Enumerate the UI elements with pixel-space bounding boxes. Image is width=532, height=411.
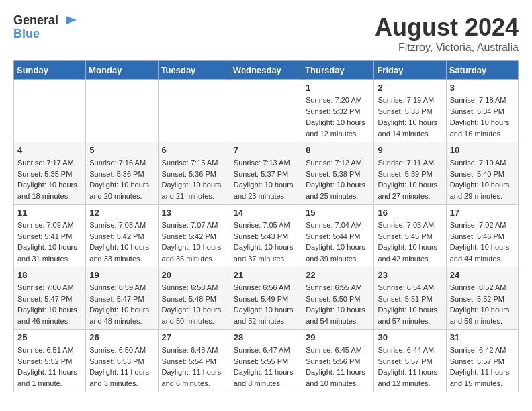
day-number: 31 bbox=[450, 332, 515, 342]
day-info: Sunrise: 7:04 AM Sunset: 5:44 PM Dayligh… bbox=[306, 220, 370, 264]
day-number: 10 bbox=[450, 145, 515, 155]
day-info: Sunrise: 7:16 AM Sunset: 5:36 PM Dayligh… bbox=[89, 157, 154, 201]
day-number: 18 bbox=[17, 270, 82, 280]
day-info: Sunrise: 7:05 AM Sunset: 5:43 PM Dayligh… bbox=[234, 220, 298, 264]
day-cell-5: 5Sunrise: 7:16 AM Sunset: 5:36 PM Daylig… bbox=[86, 142, 158, 205]
day-number: 3 bbox=[450, 83, 515, 93]
logo: General Blue bbox=[13, 13, 79, 41]
day-number: 28 bbox=[234, 332, 298, 342]
day-number: 26 bbox=[89, 332, 154, 342]
day-number: 30 bbox=[378, 332, 442, 342]
header-wednesday: Wednesday bbox=[230, 61, 302, 80]
page-header: General Blue August 2024 Fitzroy, Victor… bbox=[13, 13, 519, 54]
day-cell-9: 9Sunrise: 7:11 AM Sunset: 5:39 PM Daylig… bbox=[374, 142, 446, 205]
day-cell-22: 22Sunrise: 6:55 AM Sunset: 5:50 PM Dayli… bbox=[302, 267, 374, 330]
day-number: 11 bbox=[17, 208, 82, 218]
day-info: Sunrise: 7:00 AM Sunset: 5:47 PM Dayligh… bbox=[17, 282, 82, 326]
day-cell-15: 15Sunrise: 7:04 AM Sunset: 5:44 PM Dayli… bbox=[302, 205, 374, 267]
day-info: Sunrise: 7:02 AM Sunset: 5:46 PM Dayligh… bbox=[450, 220, 515, 264]
day-cell-11: 11Sunrise: 7:09 AM Sunset: 5:41 PM Dayli… bbox=[14, 205, 86, 267]
day-number: 1 bbox=[306, 83, 370, 93]
title-block: August 2024 Fitzroy, Victoria, Australia bbox=[375, 13, 519, 54]
header-sunday: Sunday bbox=[14, 61, 86, 80]
day-info: Sunrise: 7:18 AM Sunset: 5:34 PM Dayligh… bbox=[450, 95, 515, 139]
day-cell-4: 4Sunrise: 7:17 AM Sunset: 5:35 PM Daylig… bbox=[14, 142, 86, 205]
day-info: Sunrise: 7:11 AM Sunset: 5:39 PM Dayligh… bbox=[378, 157, 442, 201]
day-cell-31: 31Sunrise: 6:42 AM Sunset: 5:57 PM Dayli… bbox=[446, 330, 518, 392]
header-monday: Monday bbox=[86, 61, 158, 80]
day-cell-24: 24Sunrise: 6:52 AM Sunset: 5:52 PM Dayli… bbox=[446, 267, 518, 330]
day-number: 15 bbox=[306, 208, 370, 218]
empty-cell bbox=[230, 80, 302, 142]
day-info: Sunrise: 7:17 AM Sunset: 5:35 PM Dayligh… bbox=[17, 157, 82, 201]
day-number: 27 bbox=[162, 332, 226, 342]
week-row-4: 18Sunrise: 7:00 AM Sunset: 5:47 PM Dayli… bbox=[14, 267, 519, 330]
day-cell-26: 26Sunrise: 6:50 AM Sunset: 5:53 PM Dayli… bbox=[86, 330, 158, 392]
location-subtitle: Fitzroy, Victoria, Australia bbox=[375, 42, 519, 54]
week-row-2: 4Sunrise: 7:17 AM Sunset: 5:35 PM Daylig… bbox=[14, 142, 519, 205]
day-number: 4 bbox=[17, 145, 82, 155]
day-number: 21 bbox=[234, 270, 298, 280]
week-row-3: 11Sunrise: 7:09 AM Sunset: 5:41 PM Dayli… bbox=[14, 205, 519, 267]
day-info: Sunrise: 7:03 AM Sunset: 5:45 PM Dayligh… bbox=[378, 220, 442, 264]
day-cell-12: 12Sunrise: 7:08 AM Sunset: 5:42 PM Dayli… bbox=[86, 205, 158, 267]
svg-marker-0 bbox=[66, 16, 77, 24]
day-info: Sunrise: 6:44 AM Sunset: 5:57 PM Dayligh… bbox=[378, 345, 442, 389]
day-number: 25 bbox=[17, 332, 82, 342]
day-number: 7 bbox=[234, 145, 298, 155]
day-cell-7: 7Sunrise: 7:13 AM Sunset: 5:37 PM Daylig… bbox=[230, 142, 302, 205]
day-cell-13: 13Sunrise: 7:07 AM Sunset: 5:42 PM Dayli… bbox=[158, 205, 230, 267]
day-cell-2: 2Sunrise: 7:19 AM Sunset: 5:33 PM Daylig… bbox=[374, 80, 446, 142]
week-row-1: 1Sunrise: 7:20 AM Sunset: 5:32 PM Daylig… bbox=[14, 80, 519, 142]
day-info: Sunrise: 6:42 AM Sunset: 5:57 PM Dayligh… bbox=[450, 345, 515, 389]
day-info: Sunrise: 7:09 AM Sunset: 5:41 PM Dayligh… bbox=[17, 220, 82, 264]
day-number: 5 bbox=[89, 145, 154, 155]
day-cell-28: 28Sunrise: 6:47 AM Sunset: 5:55 PM Dayli… bbox=[230, 330, 302, 392]
day-number: 22 bbox=[306, 270, 370, 280]
header-tuesday: Tuesday bbox=[158, 61, 230, 80]
day-cell-8: 8Sunrise: 7:12 AM Sunset: 5:38 PM Daylig… bbox=[302, 142, 374, 205]
week-row-5: 25Sunrise: 6:51 AM Sunset: 5:52 PM Dayli… bbox=[14, 330, 519, 392]
day-cell-6: 6Sunrise: 7:15 AM Sunset: 5:36 PM Daylig… bbox=[158, 142, 230, 205]
day-info: Sunrise: 6:47 AM Sunset: 5:55 PM Dayligh… bbox=[234, 345, 298, 389]
day-cell-20: 20Sunrise: 6:58 AM Sunset: 5:48 PM Dayli… bbox=[158, 267, 230, 330]
day-number: 14 bbox=[234, 208, 298, 218]
header-row: SundayMondayTuesdayWednesdayThursdayFrid… bbox=[14, 61, 519, 80]
day-cell-21: 21Sunrise: 6:56 AM Sunset: 5:49 PM Dayli… bbox=[230, 267, 302, 330]
header-friday: Friday bbox=[374, 61, 446, 80]
day-cell-1: 1Sunrise: 7:20 AM Sunset: 5:32 PM Daylig… bbox=[302, 80, 374, 142]
day-number: 13 bbox=[162, 208, 226, 218]
empty-cell bbox=[158, 80, 230, 142]
day-number: 6 bbox=[162, 145, 226, 155]
day-info: Sunrise: 6:48 AM Sunset: 5:54 PM Dayligh… bbox=[162, 345, 226, 389]
day-info: Sunrise: 7:20 AM Sunset: 5:32 PM Dayligh… bbox=[306, 95, 370, 139]
day-info: Sunrise: 7:07 AM Sunset: 5:42 PM Dayligh… bbox=[162, 220, 226, 264]
logo-text: General Blue bbox=[13, 13, 79, 41]
empty-cell bbox=[86, 80, 158, 142]
day-cell-17: 17Sunrise: 7:02 AM Sunset: 5:46 PM Dayli… bbox=[446, 205, 518, 267]
day-info: Sunrise: 6:52 AM Sunset: 5:52 PM Dayligh… bbox=[450, 282, 515, 326]
header-thursday: Thursday bbox=[302, 61, 374, 80]
day-info: Sunrise: 7:15 AM Sunset: 5:36 PM Dayligh… bbox=[162, 157, 226, 201]
day-cell-10: 10Sunrise: 7:10 AM Sunset: 5:40 PM Dayli… bbox=[446, 142, 518, 205]
day-number: 19 bbox=[89, 270, 154, 280]
day-number: 12 bbox=[89, 208, 154, 218]
day-info: Sunrise: 7:12 AM Sunset: 5:38 PM Dayligh… bbox=[306, 157, 370, 201]
day-number: 24 bbox=[450, 270, 515, 280]
day-cell-30: 30Sunrise: 6:44 AM Sunset: 5:57 PM Dayli… bbox=[374, 330, 446, 392]
day-info: Sunrise: 6:56 AM Sunset: 5:49 PM Dayligh… bbox=[234, 282, 298, 326]
empty-cell bbox=[14, 80, 86, 142]
day-info: Sunrise: 6:45 AM Sunset: 5:56 PM Dayligh… bbox=[306, 345, 370, 389]
logo-general: General bbox=[13, 13, 58, 27]
day-cell-3: 3Sunrise: 7:18 AM Sunset: 5:34 PM Daylig… bbox=[446, 80, 518, 142]
day-cell-16: 16Sunrise: 7:03 AM Sunset: 5:45 PM Dayli… bbox=[374, 205, 446, 267]
day-info: Sunrise: 7:19 AM Sunset: 5:33 PM Dayligh… bbox=[378, 95, 442, 139]
day-info: Sunrise: 7:08 AM Sunset: 5:42 PM Dayligh… bbox=[89, 220, 154, 264]
month-year-title: August 2024 bbox=[375, 13, 519, 42]
day-cell-18: 18Sunrise: 7:00 AM Sunset: 5:47 PM Dayli… bbox=[14, 267, 86, 330]
day-cell-29: 29Sunrise: 6:45 AM Sunset: 5:56 PM Dayli… bbox=[302, 330, 374, 392]
day-number: 23 bbox=[378, 270, 442, 280]
day-info: Sunrise: 7:10 AM Sunset: 5:40 PM Dayligh… bbox=[450, 157, 515, 201]
day-number: 16 bbox=[378, 208, 442, 218]
day-cell-14: 14Sunrise: 7:05 AM Sunset: 5:43 PM Dayli… bbox=[230, 205, 302, 267]
